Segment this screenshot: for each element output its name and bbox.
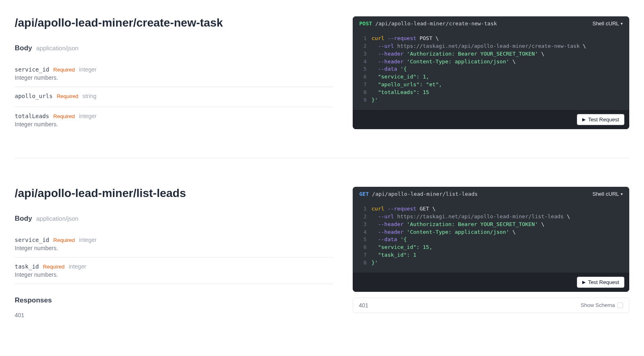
code-header: GET /api/apollo-lead-miner/list-leads Sh… xyxy=(353,187,629,201)
param-name: totalLeads xyxy=(15,113,49,119)
line-number: 7 xyxy=(359,81,367,89)
content-type: application/json xyxy=(36,215,79,222)
http-method: GET xyxy=(359,191,369,197)
required-badge: Required xyxy=(53,67,75,73)
required-badge: Required xyxy=(57,93,79,99)
code-content: --data '{ xyxy=(372,236,407,244)
line-number: 2 xyxy=(359,213,367,221)
code-footer: ▶ Test Request xyxy=(353,273,629,292)
shell-language-selector[interactable]: Shell cURL ▾ xyxy=(592,20,623,27)
endpoint-title: /api/apollo-lead-miner/create-new-task xyxy=(15,16,333,29)
section-divider xyxy=(15,158,629,158)
endpoint-list-leads: /api/apollo-lead-miner/list-leads Body a… xyxy=(15,187,629,318)
code-line: 7 "task_id": 1 xyxy=(359,251,623,259)
shell-language-selector[interactable]: Shell cURL ▾ xyxy=(592,191,623,197)
code-content: "task_id": 1 xyxy=(372,251,417,259)
test-request-label: Test Request xyxy=(588,279,619,285)
code-content: --header 'Authorization: Bearer YOUR_SEC… xyxy=(372,50,545,58)
line-number: 3 xyxy=(359,50,367,58)
line-number: 7 xyxy=(359,251,367,259)
param-type: integer xyxy=(79,66,97,73)
code-line: 6 "service_id": 1, xyxy=(359,73,623,81)
code-line: 9}' xyxy=(359,96,623,104)
param-name: task_id xyxy=(15,263,39,270)
param-type: integer xyxy=(79,113,97,119)
code-example-block: GET /api/apollo-lead-miner/list-leads Sh… xyxy=(353,187,629,292)
endpoint-left-column: /api/apollo-lead-miner/list-leads Body a… xyxy=(15,187,333,318)
line-number: 4 xyxy=(359,58,367,66)
param-type: string xyxy=(82,93,96,99)
code-content: --header 'Content-Type: application/json… xyxy=(372,58,516,66)
show-schema-toggle[interactable]: Show Schema xyxy=(581,302,623,308)
test-request-button[interactable]: ▶ Test Request xyxy=(577,114,624,125)
code-line: 1curl --request POST \ xyxy=(359,35,623,43)
body-label: Body xyxy=(15,44,32,52)
param-row: service_id Required integer Integer numb… xyxy=(15,60,333,87)
response-example-box: 401 Show Schema xyxy=(353,298,629,313)
show-schema-label: Show Schema xyxy=(581,302,615,308)
code-body[interactable]: 1curl --request POST \2 --url https://ta… xyxy=(353,31,629,110)
test-request-button[interactable]: ▶ Test Request xyxy=(577,277,624,288)
code-line: 1curl --request GET \ xyxy=(359,205,623,213)
code-content: "service_id": 1, xyxy=(372,73,429,81)
content-type: application/json xyxy=(36,45,79,51)
code-line: 7 "apollo_urls": "et", xyxy=(359,81,623,89)
chevron-down-icon: ▾ xyxy=(621,21,623,26)
code-line: 4 --header 'Content-Type: application/js… xyxy=(359,228,623,236)
code-line: 3 --header 'Authorization: Bearer YOUR_S… xyxy=(359,50,623,58)
code-line: 2 --url https://taskagi.net/api/apollo-l… xyxy=(359,43,623,50)
required-badge: Required xyxy=(53,237,75,243)
line-number: 5 xyxy=(359,65,367,73)
param-row: task_id Required integer Integer numbers… xyxy=(15,257,333,284)
play-icon: ▶ xyxy=(582,117,585,122)
schema-checkbox-icon xyxy=(617,302,623,308)
line-number: 5 xyxy=(359,236,367,244)
endpoint-right-column: GET /api/apollo-lead-miner/list-leads Sh… xyxy=(353,187,629,318)
endpoint-right-column: POST /api/apollo-lead-miner/create-new-t… xyxy=(353,16,629,133)
param-name: apollo_urls xyxy=(15,93,53,99)
line-number: 4 xyxy=(359,228,367,236)
required-badge: Required xyxy=(43,264,65,270)
code-body[interactable]: 1curl --request GET \2 --url https://tas… xyxy=(353,201,629,273)
param-description: Integer numbers. xyxy=(15,121,333,128)
code-line: 8 "totalLeads": 15 xyxy=(359,89,623,96)
code-content: --url https://taskagi.net/api/apollo-lea… xyxy=(372,213,570,221)
line-number: 8 xyxy=(359,89,367,96)
chevron-down-icon: ▾ xyxy=(621,192,623,196)
code-content: "service_id": 15, xyxy=(372,244,432,251)
param-type: integer xyxy=(69,263,86,270)
http-method: POST xyxy=(359,20,372,27)
param-row: apollo_urls Required string xyxy=(15,87,333,107)
line-number: 9 xyxy=(359,96,367,104)
code-footer: ▶ Test Request xyxy=(353,110,629,129)
param-type: integer xyxy=(79,237,97,243)
endpoint-left-column: /api/apollo-lead-miner/create-new-task B… xyxy=(15,16,333,133)
response-code[interactable]: 401 xyxy=(15,312,333,318)
code-content: }' xyxy=(372,259,378,267)
line-number: 1 xyxy=(359,35,367,43)
body-section-header: Body application/json xyxy=(15,215,333,223)
required-badge: Required xyxy=(53,113,75,119)
line-number: 3 xyxy=(359,221,367,228)
code-content: --data '{ xyxy=(372,65,407,73)
code-content: "totalLeads": 15 xyxy=(372,89,429,96)
param-description: Integer numbers. xyxy=(15,74,333,81)
code-line: 2 --url https://taskagi.net/api/apollo-l… xyxy=(359,213,623,221)
code-content: curl --request POST \ xyxy=(372,35,439,43)
code-line: 6 "service_id": 15, xyxy=(359,244,623,251)
endpoint-title: /api/apollo-lead-miner/list-leads xyxy=(15,187,333,200)
code-line: 5 --data '{ xyxy=(359,236,623,244)
code-content: --url https://taskagi.net/api/apollo-lea… xyxy=(372,43,586,50)
response-example-code: 401 xyxy=(359,302,368,309)
line-number: 6 xyxy=(359,73,367,81)
code-example-block: POST /api/apollo-lead-miner/create-new-t… xyxy=(353,16,629,129)
code-content: "apollo_urls": "et", xyxy=(372,81,442,89)
param-description: Integer numbers. xyxy=(15,245,333,251)
line-number: 8 xyxy=(359,259,367,267)
code-content: }' xyxy=(372,96,378,104)
param-row: totalLeads Required integer Integer numb… xyxy=(15,107,333,133)
code-content: --header 'Content-Type: application/json… xyxy=(372,228,516,236)
code-line: 3 --header 'Authorization: Bearer YOUR_S… xyxy=(359,221,623,228)
line-number: 1 xyxy=(359,205,367,213)
param-description: Integer numbers. xyxy=(15,271,333,278)
